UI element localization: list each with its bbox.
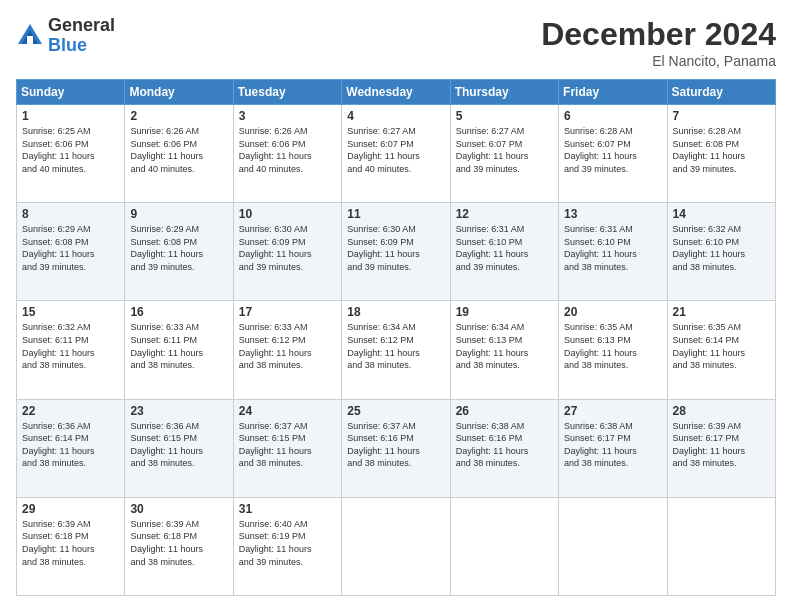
day-info: Sunrise: 6:37 AM Sunset: 6:16 PM Dayligh…	[347, 420, 444, 470]
page: General Blue December 2024 El Nancito, P…	[0, 0, 792, 612]
day-number: 31	[239, 502, 336, 516]
calendar-cell: 15Sunrise: 6:32 AM Sunset: 6:11 PM Dayli…	[17, 301, 125, 399]
day-info: Sunrise: 6:37 AM Sunset: 6:15 PM Dayligh…	[239, 420, 336, 470]
calendar-cell: 16Sunrise: 6:33 AM Sunset: 6:11 PM Dayli…	[125, 301, 233, 399]
day-info: Sunrise: 6:25 AM Sunset: 6:06 PM Dayligh…	[22, 125, 119, 175]
day-info: Sunrise: 6:35 AM Sunset: 6:13 PM Dayligh…	[564, 321, 661, 371]
calendar-cell: 8Sunrise: 6:29 AM Sunset: 6:08 PM Daylig…	[17, 203, 125, 301]
logo-icon	[16, 22, 44, 50]
logo-text: General Blue	[48, 16, 115, 56]
calendar-cell: 19Sunrise: 6:34 AM Sunset: 6:13 PM Dayli…	[450, 301, 558, 399]
day-info: Sunrise: 6:32 AM Sunset: 6:11 PM Dayligh…	[22, 321, 119, 371]
day-number: 12	[456, 207, 553, 221]
day-number: 7	[673, 109, 770, 123]
day-number: 30	[130, 502, 227, 516]
day-of-week-header: Thursday	[450, 80, 558, 105]
day-number: 27	[564, 404, 661, 418]
day-info: Sunrise: 6:35 AM Sunset: 6:14 PM Dayligh…	[673, 321, 770, 371]
logo: General Blue	[16, 16, 115, 56]
calendar-cell: 13Sunrise: 6:31 AM Sunset: 6:10 PM Dayli…	[559, 203, 667, 301]
day-info: Sunrise: 6:27 AM Sunset: 6:07 PM Dayligh…	[456, 125, 553, 175]
calendar-cell: 17Sunrise: 6:33 AM Sunset: 6:12 PM Dayli…	[233, 301, 341, 399]
day-number: 3	[239, 109, 336, 123]
day-of-week-header: Wednesday	[342, 80, 450, 105]
day-info: Sunrise: 6:38 AM Sunset: 6:17 PM Dayligh…	[564, 420, 661, 470]
day-number: 9	[130, 207, 227, 221]
calendar-cell: 30Sunrise: 6:39 AM Sunset: 6:18 PM Dayli…	[125, 497, 233, 595]
day-number: 24	[239, 404, 336, 418]
calendar-table: SundayMondayTuesdayWednesdayThursdayFrid…	[16, 79, 776, 596]
day-number: 26	[456, 404, 553, 418]
day-info: Sunrise: 6:34 AM Sunset: 6:13 PM Dayligh…	[456, 321, 553, 371]
day-of-week-header: Saturday	[667, 80, 775, 105]
calendar-cell: 28Sunrise: 6:39 AM Sunset: 6:17 PM Dayli…	[667, 399, 775, 497]
calendar-cell	[450, 497, 558, 595]
calendar-body: 1Sunrise: 6:25 AM Sunset: 6:06 PM Daylig…	[17, 105, 776, 596]
day-number: 2	[130, 109, 227, 123]
calendar-cell: 24Sunrise: 6:37 AM Sunset: 6:15 PM Dayli…	[233, 399, 341, 497]
header: General Blue December 2024 El Nancito, P…	[16, 16, 776, 69]
calendar-cell	[342, 497, 450, 595]
day-number: 15	[22, 305, 119, 319]
day-number: 29	[22, 502, 119, 516]
svg-rect-2	[27, 36, 33, 44]
month-title: December 2024	[541, 16, 776, 53]
day-number: 21	[673, 305, 770, 319]
calendar-cell: 12Sunrise: 6:31 AM Sunset: 6:10 PM Dayli…	[450, 203, 558, 301]
day-of-week-header: Monday	[125, 80, 233, 105]
calendar-week-row: 8Sunrise: 6:29 AM Sunset: 6:08 PM Daylig…	[17, 203, 776, 301]
day-number: 17	[239, 305, 336, 319]
day-of-week-header: Tuesday	[233, 80, 341, 105]
calendar-cell: 14Sunrise: 6:32 AM Sunset: 6:10 PM Dayli…	[667, 203, 775, 301]
day-info: Sunrise: 6:34 AM Sunset: 6:12 PM Dayligh…	[347, 321, 444, 371]
day-info: Sunrise: 6:33 AM Sunset: 6:11 PM Dayligh…	[130, 321, 227, 371]
day-info: Sunrise: 6:27 AM Sunset: 6:07 PM Dayligh…	[347, 125, 444, 175]
calendar-cell: 27Sunrise: 6:38 AM Sunset: 6:17 PM Dayli…	[559, 399, 667, 497]
day-info: Sunrise: 6:38 AM Sunset: 6:16 PM Dayligh…	[456, 420, 553, 470]
calendar-cell: 18Sunrise: 6:34 AM Sunset: 6:12 PM Dayli…	[342, 301, 450, 399]
calendar-week-row: 15Sunrise: 6:32 AM Sunset: 6:11 PM Dayli…	[17, 301, 776, 399]
logo-general: General	[48, 16, 115, 36]
calendar-cell: 31Sunrise: 6:40 AM Sunset: 6:19 PM Dayli…	[233, 497, 341, 595]
calendar-cell: 6Sunrise: 6:28 AM Sunset: 6:07 PM Daylig…	[559, 105, 667, 203]
day-of-week-header: Friday	[559, 80, 667, 105]
day-number: 1	[22, 109, 119, 123]
day-info: Sunrise: 6:31 AM Sunset: 6:10 PM Dayligh…	[564, 223, 661, 273]
day-info: Sunrise: 6:31 AM Sunset: 6:10 PM Dayligh…	[456, 223, 553, 273]
day-of-week-header: Sunday	[17, 80, 125, 105]
calendar-cell: 10Sunrise: 6:30 AM Sunset: 6:09 PM Dayli…	[233, 203, 341, 301]
day-info: Sunrise: 6:33 AM Sunset: 6:12 PM Dayligh…	[239, 321, 336, 371]
calendar-cell: 3Sunrise: 6:26 AM Sunset: 6:06 PM Daylig…	[233, 105, 341, 203]
day-number: 4	[347, 109, 444, 123]
day-number: 25	[347, 404, 444, 418]
day-number: 6	[564, 109, 661, 123]
day-info: Sunrise: 6:28 AM Sunset: 6:07 PM Dayligh…	[564, 125, 661, 175]
location: El Nancito, Panama	[541, 53, 776, 69]
day-info: Sunrise: 6:39 AM Sunset: 6:18 PM Dayligh…	[22, 518, 119, 568]
day-number: 18	[347, 305, 444, 319]
day-number: 10	[239, 207, 336, 221]
day-number: 28	[673, 404, 770, 418]
day-info: Sunrise: 6:26 AM Sunset: 6:06 PM Dayligh…	[130, 125, 227, 175]
calendar-cell: 7Sunrise: 6:28 AM Sunset: 6:08 PM Daylig…	[667, 105, 775, 203]
day-info: Sunrise: 6:29 AM Sunset: 6:08 PM Dayligh…	[22, 223, 119, 273]
day-number: 13	[564, 207, 661, 221]
calendar-week-row: 1Sunrise: 6:25 AM Sunset: 6:06 PM Daylig…	[17, 105, 776, 203]
calendar-cell: 20Sunrise: 6:35 AM Sunset: 6:13 PM Dayli…	[559, 301, 667, 399]
calendar-cell: 5Sunrise: 6:27 AM Sunset: 6:07 PM Daylig…	[450, 105, 558, 203]
day-number: 8	[22, 207, 119, 221]
day-info: Sunrise: 6:32 AM Sunset: 6:10 PM Dayligh…	[673, 223, 770, 273]
calendar-cell: 2Sunrise: 6:26 AM Sunset: 6:06 PM Daylig…	[125, 105, 233, 203]
day-number: 16	[130, 305, 227, 319]
calendar-cell: 26Sunrise: 6:38 AM Sunset: 6:16 PM Dayli…	[450, 399, 558, 497]
calendar-cell: 4Sunrise: 6:27 AM Sunset: 6:07 PM Daylig…	[342, 105, 450, 203]
day-number: 23	[130, 404, 227, 418]
calendar-cell	[559, 497, 667, 595]
day-info: Sunrise: 6:36 AM Sunset: 6:15 PM Dayligh…	[130, 420, 227, 470]
day-number: 5	[456, 109, 553, 123]
day-info: Sunrise: 6:26 AM Sunset: 6:06 PM Dayligh…	[239, 125, 336, 175]
calendar-week-row: 29Sunrise: 6:39 AM Sunset: 6:18 PM Dayli…	[17, 497, 776, 595]
calendar-cell: 22Sunrise: 6:36 AM Sunset: 6:14 PM Dayli…	[17, 399, 125, 497]
day-info: Sunrise: 6:28 AM Sunset: 6:08 PM Dayligh…	[673, 125, 770, 175]
calendar-cell	[667, 497, 775, 595]
